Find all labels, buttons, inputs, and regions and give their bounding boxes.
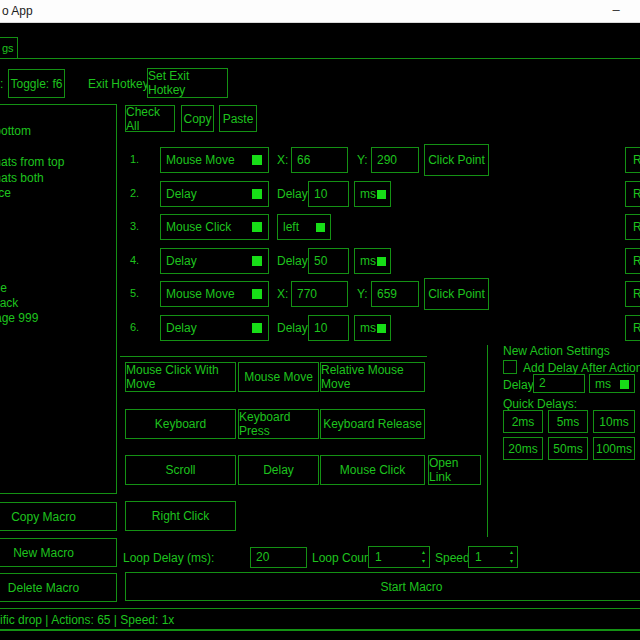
delay-input[interactable]: 10	[308, 315, 349, 341]
stepper-arrows-icon[interactable]: ▴▾	[422, 548, 425, 566]
copy-button[interactable]: Copy	[181, 105, 214, 132]
remove-action-button[interactable]: R	[625, 147, 640, 173]
palette-label: Scroll	[165, 463, 195, 477]
delay-unit-dropdown[interactable]: ms	[354, 315, 391, 341]
add-mouse-click-with-move-button[interactable]: Mouse Click With Move	[125, 362, 236, 392]
stepper-arrows-icon[interactable]: ▴▾	[510, 548, 513, 566]
click-point-button[interactable]: Click Point	[424, 144, 489, 176]
add-keyboard-release-button[interactable]: Keyboard Release	[320, 409, 425, 439]
delay-unit-value: ms	[360, 321, 376, 335]
add-mouse-click-button[interactable]: Mouse Click	[320, 455, 425, 485]
add-keyboard-press-button[interactable]: Keyboard Press	[238, 409, 319, 439]
delete-macro-button[interactable]: Delete Macro	[0, 573, 117, 602]
remove-action-button[interactable]: R	[625, 248, 640, 274]
toggle-hotkey-button[interactable]: Toggle: f6	[8, 69, 65, 98]
add-delay-button[interactable]: Delay	[238, 455, 319, 485]
y-label: Y:	[357, 287, 368, 301]
copy-macro-button[interactable]: Copy Macro	[0, 502, 117, 531]
action-index: 2.	[130, 187, 139, 199]
action-index: 1.	[130, 153, 139, 165]
delay-label: Delay	[277, 187, 308, 201]
macro-list-item[interactable]: ckpack	[0, 296, 18, 311]
click-point-label: Click Point	[428, 153, 485, 167]
action-index: 6.	[130, 321, 139, 333]
add-delay-after-action-checkbox[interactable]	[503, 360, 517, 374]
settings-divider	[487, 345, 488, 537]
remove-action-label: R	[633, 187, 640, 201]
settings-delay-label: Delay:	[503, 378, 537, 392]
settings-delay-unit-dropdown[interactable]: ms	[589, 374, 635, 393]
loop-delay-input[interactable]: 20	[250, 547, 307, 568]
tab-settings[interactable]: gs	[0, 37, 18, 59]
remove-action-button[interactable]: R	[625, 214, 640, 240]
y-input[interactable]: 290	[371, 147, 419, 173]
quick-delay-10ms-button[interactable]: 10ms	[593, 410, 635, 433]
delay-input[interactable]: 10	[308, 181, 349, 207]
palette-label: Mouse Click With Move	[126, 363, 235, 391]
new-macro-button[interactable]: New Macro	[0, 538, 117, 567]
settings-delay-unit-value: ms	[595, 377, 611, 391]
loop-count-stepper[interactable]: 1 ▴▾	[368, 546, 430, 568]
add-right-click-button[interactable]: Right Click	[125, 501, 236, 531]
action-type-dropdown[interactable]: Mouse Click	[160, 214, 269, 240]
dropdown-indicator-icon	[377, 257, 386, 266]
action-index: 3.	[130, 220, 139, 232]
delay-label: Delay	[277, 321, 308, 335]
macro-list-item[interactable]: g mats from top	[0, 155, 64, 170]
set-exit-hotkey-button[interactable]: Set Exit Hotkey	[147, 68, 228, 98]
quick-delay-label: 50ms	[553, 442, 582, 456]
macro-list-item[interactable]: torage 999	[0, 311, 38, 326]
remove-action-button[interactable]: R	[625, 181, 640, 207]
action-type-dropdown[interactable]: Delay	[160, 248, 269, 274]
remove-action-label: R	[633, 321, 640, 335]
dropdown-indicator-icon	[252, 155, 262, 165]
quick-delay-5ms-button[interactable]: 5ms	[548, 410, 588, 433]
add-open-link-button[interactable]: Open Link	[428, 455, 481, 485]
x-input[interactable]: 66	[291, 147, 348, 173]
macro-list[interactable]: e m bottom st g mats from top g mats bot…	[0, 104, 117, 494]
action-type-dropdown[interactable]: Mouse Move	[160, 147, 269, 173]
y-input[interactable]: 659	[371, 281, 419, 307]
remove-action-button[interactable]: R	[625, 281, 640, 307]
action-type-value: Delay	[166, 254, 197, 268]
x-input[interactable]: 770	[291, 281, 348, 307]
action-type-dropdown[interactable]: Mouse Move	[160, 281, 269, 307]
add-delay-after-action-label: Add Delay After Action	[523, 361, 640, 375]
click-point-button[interactable]: Click Point	[424, 278, 489, 310]
macro-list-item[interactable]: m bottom	[0, 124, 31, 139]
mouse-button-dropdown[interactable]: left	[277, 214, 331, 240]
macro-list-item[interactable]: g mats both	[0, 171, 44, 186]
speed-stepper[interactable]: 1 ▴▾	[468, 546, 518, 568]
add-mouse-move-button[interactable]: Mouse Move	[238, 362, 319, 392]
delay-unit-dropdown[interactable]: ms	[354, 181, 391, 207]
check-all-button[interactable]: Check All	[125, 105, 175, 132]
add-relative-mouse-move-button[interactable]: Relative Mouse Move	[320, 362, 425, 392]
quick-delay-50ms-button[interactable]: 50ms	[548, 437, 588, 460]
delay-input[interactable]: 50	[308, 248, 349, 274]
add-keyboard-button[interactable]: Keyboard	[125, 409, 236, 439]
action-type-dropdown[interactable]: Delay	[160, 315, 269, 341]
quick-delay-20ms-button[interactable]: 20ms	[503, 437, 543, 460]
add-scroll-button[interactable]: Scroll	[125, 455, 236, 485]
macro-list-item[interactable]: rance	[0, 186, 11, 201]
paste-label: Paste	[223, 112, 254, 126]
quick-delay-2ms-button[interactable]: 2ms	[503, 410, 543, 433]
toggle-hotkey-button-label: Toggle: f6	[10, 77, 62, 91]
settings-delay-input[interactable]: 2	[533, 374, 585, 393]
palette-label: Mouse Click	[340, 463, 405, 477]
start-macro-button[interactable]: Start Macro	[125, 572, 640, 601]
action-type-dropdown[interactable]: Delay	[160, 181, 269, 207]
macro-list-item[interactable]: ance	[0, 281, 7, 296]
quick-delay-label: 10ms	[599, 415, 628, 429]
quick-delay-100ms-button[interactable]: 100ms	[593, 437, 635, 460]
toggle-hotkey-label: :	[0, 77, 3, 91]
paste-button[interactable]: Paste	[219, 105, 257, 132]
remove-action-button[interactable]: R	[625, 315, 640, 341]
copy-label: Copy	[183, 112, 211, 126]
check-all-label: Check All	[126, 105, 174, 133]
minimize-button[interactable]: –	[604, 2, 628, 17]
palette-label: Right Click	[152, 509, 209, 523]
delay-unit-dropdown[interactable]: ms	[354, 248, 391, 274]
dropdown-indicator-icon	[377, 190, 386, 199]
delete-macro-label: Delete Macro	[8, 581, 79, 595]
